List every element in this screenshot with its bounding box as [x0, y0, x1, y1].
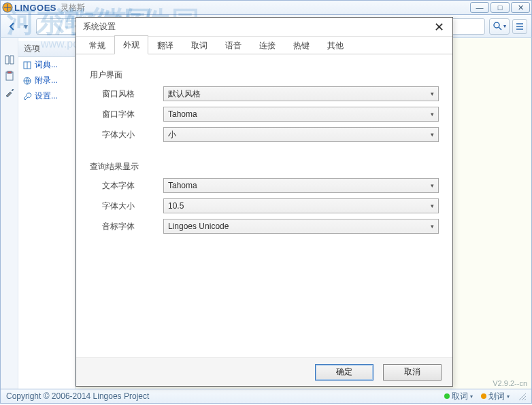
- sidebar-item-appendix[interactable]: 附录...: [18, 73, 75, 88]
- field-label: 窗口风格: [102, 88, 163, 100]
- tab-voice[interactable]: 语音: [216, 36, 250, 54]
- dialog-title: 系统设置: [83, 21, 116, 33]
- tab-hotkey[interactable]: 热键: [284, 36, 318, 54]
- chevron-down-icon: ▾: [431, 131, 434, 138]
- statusbar: Copyright © 2006-2014 Lingoes Project 取词…: [0, 389, 532, 404]
- clipboard-icon[interactable]: [4, 71, 15, 82]
- status-pick-word[interactable]: 取词 ▾: [444, 391, 473, 402]
- tab-connection[interactable]: 连接: [250, 36, 284, 54]
- field-label: 文本字体: [102, 180, 163, 192]
- app-brand-cn: 灵格斯: [61, 2, 85, 14]
- window-minimize-button[interactable]: —: [470, 2, 489, 13]
- app-logo: LINGOES 灵格斯: [2, 2, 85, 14]
- group-result-title: 查询结果显示: [90, 161, 439, 173]
- field-text-fontsize: 字体大小 10.5▾: [102, 198, 439, 213]
- dialog-tabs: 常规 外观 翻译 取词 语音 连接 热键 其他: [76, 37, 452, 54]
- chevron-down-icon: ▾: [431, 223, 434, 230]
- nav-back-dropdown-icon[interactable]: ▾: [22, 19, 29, 34]
- search-button[interactable]: ▾: [489, 18, 510, 35]
- dialog-body: 用户界面 窗口风格 默认风格▾ 窗口字体 Tahoma▾ 字体大小 小▾ 查询结…: [76, 54, 452, 357]
- svg-point-1: [494, 22, 499, 28]
- app-brand: LINGOES: [14, 3, 56, 13]
- field-label: 窗口字体: [102, 109, 163, 120]
- sidebar: 选项 词典... 附录... 设置...: [1, 38, 76, 389]
- select-text-font[interactable]: Tahoma▾: [163, 178, 439, 193]
- status-stroke-label: 划词: [488, 391, 505, 402]
- tab-appearance[interactable]: 外观: [114, 35, 148, 54]
- field-label: 音标字体: [102, 221, 163, 232]
- tools-icon[interactable]: [4, 87, 15, 98]
- select-window-font[interactable]: Tahoma▾: [163, 107, 439, 122]
- status-stroke-word[interactable]: 划词 ▾: [481, 391, 510, 402]
- dialog-titlebar: 系统设置 ✕: [76, 18, 452, 37]
- sidebar-item-label: 设置...: [35, 90, 58, 102]
- dialog-footer: 确定 取消: [76, 357, 452, 386]
- wrench-icon: [22, 92, 32, 101]
- sidebar-item-dictionary[interactable]: 词典...: [18, 57, 75, 73]
- select-text-fontsize[interactable]: 10.5▾: [163, 198, 439, 213]
- app-icon: [2, 2, 13, 13]
- settings-dialog: 系统设置 ✕ 常规 外观 翻译 取词 语音 连接 热键 其他 用户界面 窗口风格…: [76, 17, 453, 387]
- field-phonetic-font: 音标字体 Lingoes Unicode▾: [102, 219, 439, 234]
- field-window-fontsize: 字体大小 小▾: [102, 127, 439, 142]
- version-label: V2.9.2--cn: [493, 379, 527, 387]
- chevron-down-icon: ▾: [431, 182, 434, 189]
- sidebar-header: 选项: [18, 41, 75, 57]
- window-maximize-button[interactable]: □: [491, 2, 510, 13]
- sidebar-item-label: 附录...: [35, 75, 58, 86]
- tab-capture[interactable]: 取词: [182, 36, 216, 54]
- cancel-button[interactable]: 取消: [383, 364, 442, 381]
- search-icon: [493, 22, 502, 31]
- status-dot-orange-icon: [481, 393, 486, 399]
- copyright-text: Copyright © 2006-2014 Lingoes Project: [6, 391, 149, 401]
- chevron-down-icon: ▾: [431, 90, 434, 97]
- tab-general[interactable]: 常规: [80, 36, 114, 54]
- book-icon[interactable]: [4, 54, 15, 65]
- sidebar-item-settings[interactable]: 设置...: [18, 88, 75, 104]
- tab-other[interactable]: 其他: [318, 36, 352, 54]
- dictionary-icon: [22, 60, 32, 70]
- nav-back-icon[interactable]: [5, 19, 20, 34]
- group-ui-title: 用户界面: [90, 69, 439, 81]
- sidebar-item-label: 词典...: [35, 59, 58, 71]
- status-dot-green-icon: [444, 393, 450, 399]
- chevron-down-icon: ▾: [431, 202, 434, 209]
- dialog-close-button[interactable]: ✕: [432, 20, 446, 35]
- field-text-font: 文本字体 Tahoma▾: [102, 178, 439, 193]
- field-window-font: 窗口字体 Tahoma▾: [102, 107, 439, 122]
- window-close-button[interactable]: ✕: [511, 2, 530, 13]
- field-label: 字体大小: [102, 129, 163, 141]
- select-window-fontsize[interactable]: 小▾: [163, 127, 439, 142]
- select-window-style[interactable]: 默认风格▾: [163, 86, 439, 101]
- ok-button[interactable]: 确定: [315, 364, 373, 381]
- select-phonetic-font[interactable]: Lingoes Unicode▾: [163, 219, 439, 234]
- titlebar: LINGOES 灵格斯 — □ ✕: [0, 0, 532, 15]
- resize-grip-icon[interactable]: [518, 392, 526, 400]
- field-label: 字体大小: [102, 200, 163, 212]
- field-window-style: 窗口风格 默认风格▾: [102, 86, 439, 101]
- menu-icon: [516, 22, 524, 31]
- status-pick-label: 取词: [452, 391, 468, 402]
- tab-translate[interactable]: 翻译: [148, 36, 182, 54]
- chevron-down-icon: ▾: [431, 111, 434, 118]
- globe-icon: [22, 76, 32, 86]
- svg-rect-3: [7, 71, 12, 73]
- options-button[interactable]: [512, 19, 527, 34]
